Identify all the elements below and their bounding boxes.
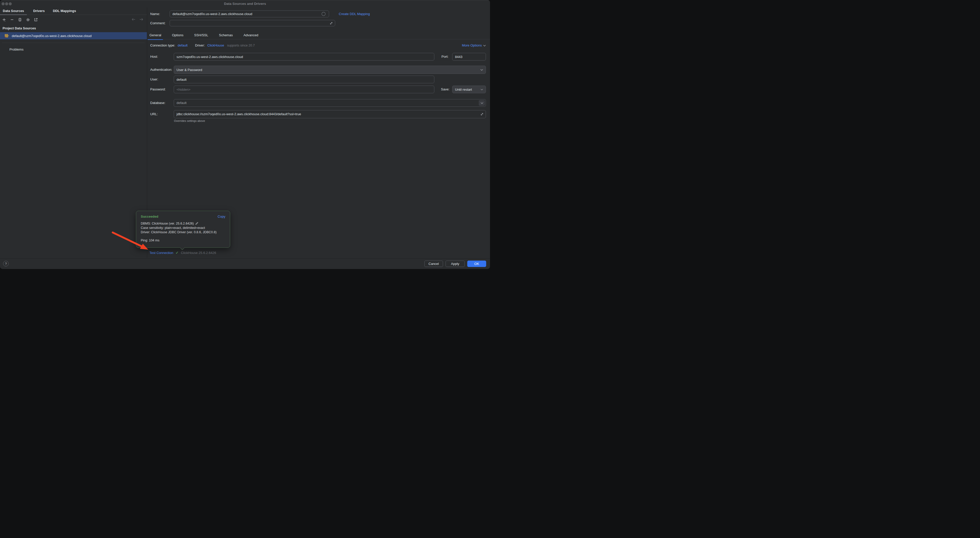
popup-tail (180, 245, 185, 250)
expand-comment-icon[interactable] (329, 21, 333, 25)
authentication-select[interactable]: User & Password (174, 66, 486, 74)
tab-advanced[interactable]: Advanced (243, 32, 258, 39)
history-nav (131, 17, 144, 22)
database-label: Database: (150, 99, 165, 107)
tab-schemas[interactable]: Schemas (219, 32, 233, 39)
url-hint: Overrides settings above (174, 119, 205, 123)
datasource-label: default@szm7oqed0o.us-west-2.aws.clickho… (12, 34, 91, 38)
question-mark-icon: ? (5, 262, 6, 266)
problems-section-label[interactable]: Problems (10, 48, 24, 51)
plus-icon (2, 18, 6, 22)
authentication-value: User & Password (177, 68, 202, 72)
apply-button[interactable]: Apply (445, 261, 465, 267)
save-label: Save: (441, 86, 449, 93)
more-options-link[interactable]: More Options (462, 43, 486, 48)
popup-dbms-text: DBMS: ClickHouse (ver. 25.6.2.6426) (141, 222, 194, 225)
cancel-button[interactable]: Cancel (424, 261, 443, 267)
port-label: Port: (441, 53, 449, 60)
database-combo[interactable]: default (174, 99, 486, 107)
open-in-editor-icon (34, 18, 38, 22)
authentication-label: Authentication: (150, 66, 172, 74)
titlebar: Data Sources and Drivers (0, 0, 490, 7)
success-check-icon: ✓ (175, 251, 178, 255)
left-tabs-divider (0, 14, 147, 15)
connection-type-label: Connection type: (150, 43, 175, 47)
left-panel-tabs: Data Sources Drivers DDL Mappings (0, 7, 79, 15)
forward-button[interactable] (139, 17, 144, 22)
create-ddl-mapping-link[interactable]: Create DDL Mapping (339, 11, 370, 18)
connection-type-row: Connection type: default Driver: ClickHo… (150, 43, 255, 48)
popup-copy-link[interactable]: Copy (218, 215, 225, 218)
annotation-arrow (0, 0, 490, 269)
driver-label: Driver: (195, 43, 205, 47)
url-label: URL: (150, 110, 158, 118)
url-input[interactable]: jdbc:clickhouse://szm7oqed0o.us-west-2.a… (174, 110, 486, 118)
tab-general[interactable]: General (150, 32, 161, 39)
chevron-down-icon (480, 69, 483, 71)
window-title: Data Sources and Drivers (0, 0, 490, 7)
more-options-label: More Options (462, 43, 482, 48)
save-select[interactable]: Until restart (452, 86, 486, 93)
project-data-sources-title: Project Data Sources (3, 26, 36, 30)
test-connection-popup: Succeeded Copy DBMS: ClickHouse (ver. 25… (136, 211, 230, 248)
tab-drivers[interactable]: Drivers (30, 7, 48, 15)
password-label: Password: (150, 86, 166, 93)
clickhouse-icon (4, 33, 9, 38)
popup-line-case: Case sensitivity: plain=exact, delimited… (141, 226, 225, 230)
minus-icon (10, 18, 14, 22)
driver-value-link[interactable]: ClickHouse (207, 43, 224, 47)
comment-input[interactable] (170, 20, 335, 26)
left-toolbar (2, 17, 38, 22)
left-panel-separator (2, 43, 145, 43)
remove-data-source-button[interactable] (10, 17, 14, 22)
gear-icon (26, 18, 30, 22)
test-connection-link[interactable]: Test Connection (150, 251, 173, 255)
popup-status: Succeeded (141, 215, 158, 218)
back-button[interactable] (131, 17, 136, 22)
tab-data-sources[interactable]: Data Sources (0, 7, 27, 15)
back-arrow-icon (131, 18, 136, 21)
popup-ping: Ping: 104 ms (141, 239, 225, 242)
chevron-down-icon (480, 89, 483, 91)
test-result-text: ClickHouse 25.6.2.6426 (181, 251, 216, 255)
name-input[interactable] (170, 11, 329, 18)
user-input[interactable] (174, 76, 434, 83)
datasource-list-item[interactable]: default@szm7oqed0o.us-west-2.aws.clickho… (0, 32, 147, 39)
name-label: Name: (150, 11, 160, 18)
connection-type-value-link[interactable]: default (178, 43, 188, 47)
test-connection-row: Test Connection ✓ ClickHouse 25.6.2.6426 (150, 250, 216, 255)
duplicate-icon (18, 18, 22, 22)
database-value: default (177, 101, 186, 105)
popup-line-driver: Driver: ClickHouse JDBC Driver (ver. 0.8… (141, 230, 225, 234)
tab-options[interactable]: Options (172, 32, 183, 39)
tab-ssh-ssl[interactable]: SSH/SSL (194, 32, 208, 39)
database-dropdown-button[interactable] (479, 100, 485, 106)
settings-button[interactable] (25, 17, 30, 22)
data-sources-dialog: Data Sources and Drivers Data Sources Dr… (0, 0, 490, 269)
chevron-down-icon (483, 45, 486, 46)
user-label: User: (150, 76, 158, 83)
forward-arrow-icon (139, 18, 143, 21)
ok-button[interactable]: OK (467, 261, 486, 267)
help-button[interactable]: ? (3, 261, 9, 266)
driver-hint: supports since 20.7 (227, 44, 255, 47)
host-label: Host: (150, 53, 158, 60)
host-input[interactable] (174, 53, 434, 60)
edit-pencil-icon[interactable] (195, 222, 199, 225)
expand-url-icon[interactable] (480, 113, 484, 116)
save-value: Until restart (455, 88, 472, 91)
url-value: jdbc:clickhouse://szm7oqed0o.us-west-2.a… (177, 112, 301, 116)
name-status-circle-icon (321, 12, 326, 16)
port-input[interactable] (452, 53, 486, 60)
open-ddl-mapping-button[interactable] (33, 17, 38, 22)
add-data-source-button[interactable] (2, 17, 6, 22)
duplicate-button[interactable] (18, 17, 22, 22)
comment-label: Comment: (150, 20, 165, 26)
popup-line-dbms: DBMS: ClickHouse (ver. 25.6.2.6426) (141, 221, 225, 226)
password-input[interactable] (174, 86, 434, 93)
form-tabs: General Options SSH/SSL Schemas Advanced (150, 32, 258, 39)
tab-ddl-mappings[interactable]: DDL Mappings (50, 7, 79, 15)
chevron-down-icon (480, 102, 484, 104)
